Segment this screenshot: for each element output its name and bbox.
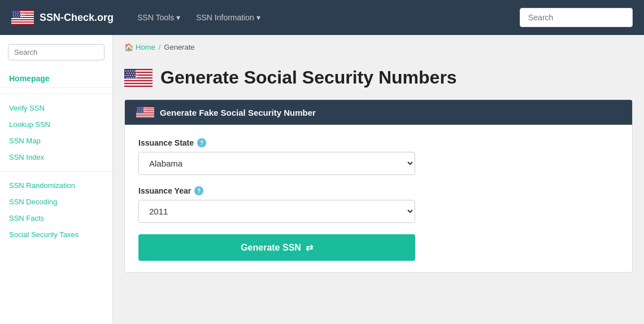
sidebar-search-input[interactable] bbox=[8, 44, 105, 60]
shuffle-icon: ⇄ bbox=[306, 242, 313, 253]
sidebar-item-homepage[interactable]: Homepage bbox=[0, 69, 112, 88]
sidebar-item-ssn-decoding[interactable]: SSN Decoding bbox=[0, 194, 112, 210]
breadcrumb-separator: / bbox=[159, 43, 161, 51]
sidebar-search-wrap bbox=[0, 44, 112, 69]
svg-text:★ ★ ★ ★ ★: ★ ★ ★ ★ ★ bbox=[13, 16, 23, 18]
issuance-state-label: Issuance State ? bbox=[138, 138, 619, 147]
nav-search-area bbox=[520, 8, 633, 27]
svg-rect-17 bbox=[124, 81, 153, 82]
main-layout: Homepage Verify SSN Lookup SSN SSN Map S… bbox=[0, 35, 644, 324]
nav-info-menu[interactable]: SSN Information ▾ bbox=[189, 8, 267, 27]
card-body: Issuance State ? Alabama Alaska Arizona … bbox=[125, 125, 632, 272]
svg-rect-18 bbox=[124, 84, 153, 85]
chevron-down-icon: ▾ bbox=[176, 13, 180, 22]
nav-menu: SSN Tools ▾ SSN Information ▾ bbox=[130, 8, 267, 27]
logo-area: ★ ★ ★ ★ ★ ★ ★ ★ ★ ★ ★ ★ ★ ★ ★ ★ ★ ★ ★ ★ … bbox=[11, 10, 114, 25]
main-content: 🏠 Home / Generate ★★★★★★ ★★★★★ ★★★★★★ bbox=[113, 35, 644, 324]
svg-rect-28 bbox=[136, 113, 154, 114]
svg-text:★★★★★: ★★★★★ bbox=[126, 77, 137, 79]
top-navigation: ★ ★ ★ ★ ★ ★ ★ ★ ★ ★ ★ ★ ★ ★ ★ ★ ★ ★ ★ ★ … bbox=[0, 0, 644, 35]
sidebar-item-ssn-map[interactable]: SSN Map bbox=[0, 133, 112, 149]
issuance-state-select[interactable]: Alabama Alaska Arizona Arkansas Californ… bbox=[138, 152, 415, 175]
page-title-area: ★★★★★★ ★★★★★ ★★★★★★ ★★★★★ Generate Socia… bbox=[113, 59, 644, 94]
issuance-year-group: Issuance Year ? 2011 2010 2009 2008 2007… bbox=[138, 186, 619, 223]
sidebar-divider-1 bbox=[0, 94, 112, 94]
page-title-flag-icon: ★★★★★★ ★★★★★ ★★★★★★ ★★★★★ bbox=[124, 69, 153, 87]
chevron-down-icon: ▾ bbox=[256, 13, 260, 22]
generate-ssn-button[interactable]: Generate SSN ⇄ bbox=[138, 234, 415, 261]
sidebar: Homepage Verify SSN Lookup SSN SSN Map S… bbox=[0, 35, 113, 324]
issuance-year-label: Issuance Year ? bbox=[138, 186, 619, 195]
issuance-state-group: Issuance State ? Alabama Alaska Arizona … bbox=[138, 138, 619, 175]
svg-text:★★★★★★: ★★★★★★ bbox=[137, 110, 147, 112]
page-title: Generate Social Security Numbers bbox=[160, 67, 457, 88]
issuance-year-help-icon[interactable]: ? bbox=[194, 186, 203, 195]
svg-rect-6 bbox=[11, 23, 34, 24]
issuance-state-help-icon[interactable]: ? bbox=[197, 138, 206, 147]
brand-name: SSN-Check.org bbox=[40, 12, 114, 24]
sidebar-item-verify-ssn[interactable]: Verify SSN bbox=[0, 100, 112, 116]
sidebar-item-ssn-randomization[interactable]: SSN Randomization bbox=[0, 177, 112, 194]
sidebar-item-ssn-facts[interactable]: SSN Facts bbox=[0, 210, 112, 226]
sidebar-item-lookup-ssn[interactable]: Lookup SSN bbox=[0, 116, 112, 133]
generate-card: ★★★★★★ ★★★★★ ★★★★★★ Generate Fake Social… bbox=[124, 99, 633, 273]
svg-rect-29 bbox=[136, 115, 154, 116]
card-header-title: Generate Fake Social Security Number bbox=[160, 108, 316, 117]
sidebar-item-social-security-taxes[interactable]: Social Security Taxes bbox=[0, 226, 112, 243]
issuance-year-select[interactable]: 2011 2010 2009 2008 2007 2006 2005 2004 … bbox=[138, 200, 415, 223]
card-flag-icon: ★★★★★★ ★★★★★ ★★★★★★ bbox=[136, 107, 154, 118]
breadcrumb-home-link[interactable]: 🏠 Home bbox=[124, 43, 155, 51]
sidebar-divider-2 bbox=[0, 171, 112, 172]
card-header: ★★★★★★ ★★★★★ ★★★★★★ Generate Fake Social… bbox=[125, 100, 632, 125]
breadcrumb: 🏠 Home / Generate bbox=[113, 35, 644, 59]
svg-rect-4 bbox=[11, 18, 34, 19]
home-icon: 🏠 bbox=[124, 43, 133, 51]
nav-flag-icon: ★ ★ ★ ★ ★ ★ ★ ★ ★ ★ ★ ★ ★ ★ ★ ★ ★ ★ ★ ★ … bbox=[11, 10, 34, 25]
breadcrumb-current: Generate bbox=[164, 43, 194, 51]
nav-tools-menu[interactable]: SSN Tools ▾ bbox=[130, 8, 187, 27]
svg-rect-5 bbox=[11, 20, 34, 21]
sidebar-item-ssn-index[interactable]: SSN Index bbox=[0, 149, 112, 165]
nav-search-input[interactable] bbox=[520, 8, 633, 27]
svg-rect-30 bbox=[136, 116, 154, 117]
